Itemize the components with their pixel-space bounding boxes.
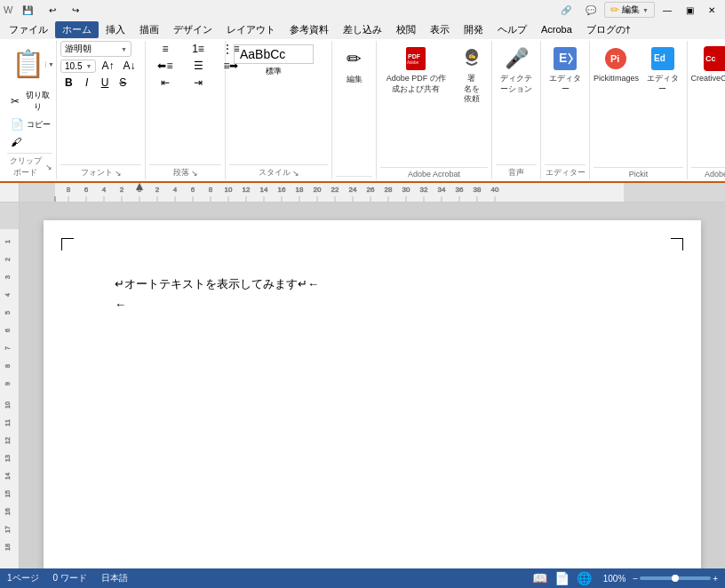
align-center-icon: ☰ xyxy=(194,60,203,72)
save-button[interactable]: 💾 xyxy=(16,4,39,17)
menu-mailings[interactable]: 差し込み xyxy=(336,21,389,38)
ribbon-group-adobe: Cc Creative Cloud Adobe xyxy=(688,41,725,179)
align-left-button[interactable]: ⬅≡ xyxy=(149,58,181,74)
zoom-in-icon[interactable]: + xyxy=(713,574,718,584)
ribbon-group-voice: 🎤 ディク テーション 音声 xyxy=(492,41,541,179)
indent-inc-button[interactable]: ⇥ xyxy=(182,75,214,91)
pickit-images-label: Pickit Images xyxy=(594,74,639,84)
ruler-corner xyxy=(0,183,20,203)
align-center-button[interactable]: ☰ xyxy=(182,58,214,74)
menu-blog[interactable]: ブログの† xyxy=(579,21,638,38)
menu-acrobat[interactable]: Acroba xyxy=(534,22,579,36)
menu-layout[interactable]: レイアウト xyxy=(219,21,283,38)
pickit-editor-button[interactable]: Ed エディ ター xyxy=(642,41,683,98)
cut-button[interactable]: ✂ 切り取り xyxy=(7,87,57,115)
doc-content[interactable]: ↵オートテキストを表示してみます↵← ← xyxy=(20,203,725,568)
svg-text:10: 10 xyxy=(225,186,233,194)
redo-button[interactable]: ↪ xyxy=(66,4,85,17)
dictation-label: ディク テーション xyxy=(500,74,532,94)
minimize-button[interactable]: — xyxy=(657,4,678,17)
bold-button[interactable]: B xyxy=(60,75,77,91)
menu-review[interactable]: 校閲 xyxy=(389,21,423,38)
creative-cloud-button[interactable]: Cc Creative Cloud xyxy=(691,41,725,88)
zoom-slider[interactable] xyxy=(640,576,711,580)
horizontal-ruler[interactable]: 8 6 4 2 0 2 4 6 8 10 12 14 16 18 20 22 2 xyxy=(20,183,725,203)
numbered-list-button[interactable]: 1≡ xyxy=(182,41,214,57)
menu-help[interactable]: ヘルプ xyxy=(490,21,534,38)
svg-text:5: 5 xyxy=(4,311,11,314)
italic-button[interactable]: I xyxy=(79,75,95,91)
clipboard-expand-icon[interactable]: ↘ xyxy=(45,163,52,171)
svg-text:10: 10 xyxy=(4,401,11,409)
svg-text:4: 4 xyxy=(173,186,178,194)
dictation-button[interactable]: 🎤 ディク テーション xyxy=(496,41,537,98)
editor-icon: E xyxy=(551,44,579,73)
ribbon-group-styles: AaBbCc 標準 スタイル ↘ xyxy=(226,41,332,179)
pickit-editor-icon: Ed xyxy=(649,44,677,73)
font-name-button[interactable]: 游明朝 ▼ xyxy=(60,41,131,57)
read-mode-button[interactable]: 📖 xyxy=(532,571,547,585)
svg-text:7: 7 xyxy=(4,346,11,350)
svg-text:18: 18 xyxy=(4,544,11,551)
svg-text:1: 1 xyxy=(4,240,11,243)
font-grow-button[interactable]: A↑ xyxy=(98,58,117,74)
web-layout-button[interactable]: 🌐 xyxy=(577,571,592,585)
language: 日本語 xyxy=(101,572,128,584)
word-count: 0 ワード xyxy=(53,572,87,584)
font-expand-icon[interactable]: ↘ xyxy=(115,169,122,178)
svg-text:26: 26 xyxy=(367,186,375,194)
document-text[interactable]: ↵オートテキストを表示してみます↵← ← xyxy=(115,274,630,315)
pickit-images-button[interactable]: Pi Pickit Images xyxy=(594,41,639,88)
menu-dev[interactable]: 開発 xyxy=(457,21,490,38)
pdf-create-button[interactable]: PDF Adobe Adobe PDF の 作成および共有 xyxy=(380,41,452,98)
text-line-2[interactable]: ← xyxy=(115,294,630,314)
styles-gallery-button[interactable]: AaBbCc 標準 xyxy=(229,41,318,81)
zoom-level: 100% xyxy=(599,574,625,584)
strikethrough-button[interactable]: S xyxy=(115,75,131,91)
svg-text:20: 20 xyxy=(314,186,322,194)
paste-button[interactable]: 📋 ▼ xyxy=(7,41,57,87)
menu-references[interactable]: 参考資料 xyxy=(283,21,336,38)
sign-button[interactable]: ✍ 署名 を依頼 xyxy=(456,41,488,108)
undo-button[interactable]: ↩ xyxy=(43,4,62,17)
font-shrink-button[interactable]: A↓ xyxy=(119,58,139,74)
share-button[interactable]: 🔗 xyxy=(554,4,578,17)
menu-draw[interactable]: 描画 xyxy=(132,21,166,38)
zoom-out-icon[interactable]: − xyxy=(633,574,638,584)
edit-mode-button[interactable]: ✏ 編集 ▼ xyxy=(604,2,655,18)
print-layout-button[interactable]: 📄 xyxy=(554,571,570,585)
document-page[interactable]: ↵オートテキストを表示してみます↵← ← xyxy=(44,220,701,568)
indent-dec-button[interactable]: ⇤ xyxy=(149,75,181,91)
svg-text:38: 38 xyxy=(474,186,482,194)
svg-text:22: 22 xyxy=(331,186,339,194)
format-painter-button[interactable]: 🖌 xyxy=(7,133,57,151)
menu-insert[interactable]: 挿入 xyxy=(99,21,132,38)
paragraph-expand-icon[interactable]: ↘ xyxy=(191,169,198,178)
font-dropdown-icon: ▼ xyxy=(121,46,127,52)
creative-cloud-label: Creative Cloud xyxy=(690,74,725,84)
bullet-list-button[interactable]: ≡ xyxy=(149,41,181,57)
cut-label: 切り取り xyxy=(22,90,53,113)
menu-file[interactable]: ファイル xyxy=(2,21,55,38)
editing-button[interactable]: ✏ 編集 xyxy=(336,41,372,89)
ribbon-group-font: 游明朝 ▼ 10.5 ▼ A↑ A↓ B I xyxy=(57,41,146,179)
font-size-button[interactable]: 10.5 ▼ xyxy=(60,60,96,73)
close-button[interactable]: ✕ xyxy=(702,4,721,17)
menu-design[interactable]: デザイン xyxy=(166,21,219,38)
underline-button[interactable]: U xyxy=(97,75,114,91)
comment-button[interactable]: 💬 xyxy=(579,4,602,17)
styles-expand-icon[interactable]: ↘ xyxy=(292,169,299,178)
restore-button[interactable]: ▣ xyxy=(680,4,700,17)
sign-icon: ✍ xyxy=(458,44,486,73)
editor-button[interactable]: E エディ ター xyxy=(545,41,586,98)
copy-button[interactable]: 📄 コピー xyxy=(7,115,57,133)
menu-view[interactable]: 表示 xyxy=(423,21,457,38)
paste-icon: 📋 xyxy=(10,44,45,84)
text-line-1[interactable]: ↵オートテキストを表示してみます↵← xyxy=(115,274,630,294)
ribbon-group-clipboard: 📋 ▼ ✂ 切り取り 📄 コピー xyxy=(4,41,57,179)
editor-group-label: エディター xyxy=(546,167,586,179)
sign-label: 署名 を依頼 xyxy=(460,74,483,105)
svg-text:16: 16 xyxy=(278,186,286,194)
vertical-ruler[interactable]: 1 2 3 4 5 6 7 8 9 10 11 12 13 14 15 16 1 xyxy=(0,203,20,568)
menu-home[interactable]: ホーム xyxy=(55,21,99,38)
